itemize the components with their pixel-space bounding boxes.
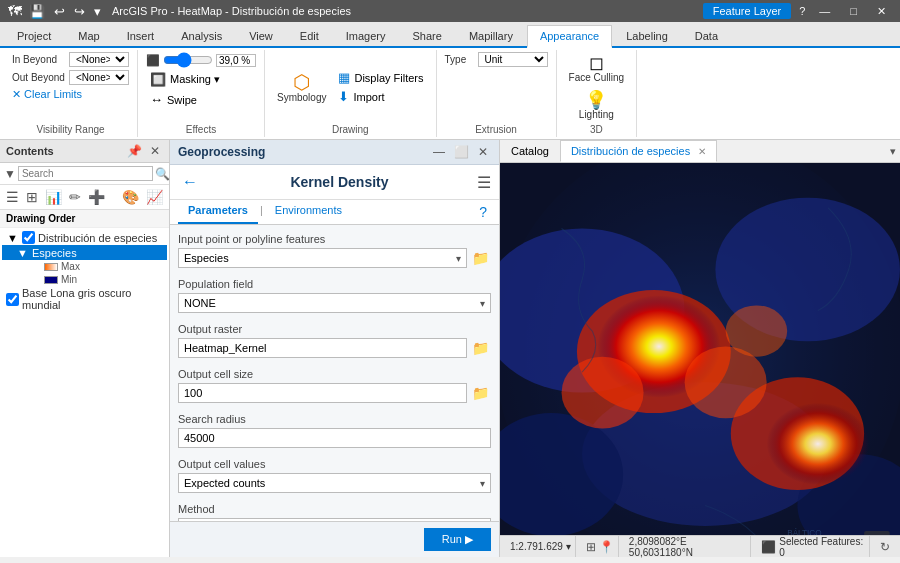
masking-btn[interactable]: 🔲 Masking ▾ bbox=[146, 71, 224, 88]
geo-field-search-radius: Search radius bbox=[178, 413, 491, 448]
tab-analysis[interactable]: Analysis bbox=[168, 25, 235, 46]
layer-expand-dist[interactable]: ▼ bbox=[6, 231, 19, 244]
search-icon[interactable]: 🔍 bbox=[155, 167, 170, 181]
help-btn[interactable]: ? bbox=[799, 5, 805, 17]
tab-map[interactable]: Map bbox=[65, 25, 112, 46]
map-area: Catalog Distribución de especies ✕ ▾ bbox=[500, 140, 900, 557]
qa-dropdown-btn[interactable]: ▾ bbox=[91, 3, 104, 20]
geo-select-cell-values[interactable]: Expected counts bbox=[178, 473, 491, 493]
ribbon-group-drawing: ⬡ Symbology ▦ Display Filters ⬇ Import D… bbox=[265, 50, 437, 137]
extrusion-type-select[interactable]: Unit bbox=[478, 52, 548, 67]
redo-qa-btn[interactable]: ↪ bbox=[71, 3, 88, 20]
layer-item-especies[interactable]: ▼ Especies bbox=[2, 245, 167, 260]
lighting-btn[interactable]: 💡 Lighting bbox=[575, 89, 618, 122]
tab-edit[interactable]: Edit bbox=[287, 25, 332, 46]
layer-tree: ▼ Distribución de especies ▼ Especies Ma… bbox=[0, 228, 169, 557]
geo-select-population[interactable]: NONE bbox=[178, 293, 491, 313]
tab-labeling[interactable]: Labeling bbox=[613, 25, 681, 46]
list-view-icon[interactable]: ☰ bbox=[4, 188, 21, 206]
ribbon: In Beyond <None> Out Beyond <None> ✕ Cle… bbox=[0, 48, 900, 140]
swipe-icon: ↔ bbox=[150, 92, 163, 107]
geo-tab-separator: | bbox=[258, 200, 265, 224]
geo-content: Input point or polyline features Especie… bbox=[170, 225, 499, 521]
tab-data[interactable]: Data bbox=[682, 25, 731, 46]
clear-limits-btn[interactable]: ✕ Clear Limits bbox=[12, 88, 82, 101]
catalog-tab-label: Catalog bbox=[511, 145, 549, 157]
tab-project[interactable]: Project bbox=[4, 25, 64, 46]
tab-mapillary[interactable]: Mapillary bbox=[456, 25, 526, 46]
add-layer-icon[interactable]: ➕ bbox=[86, 188, 107, 206]
face-culling-btn[interactable]: ◻ Face Culling bbox=[565, 52, 629, 85]
tab-view[interactable]: View bbox=[236, 25, 286, 46]
contents-search-input[interactable] bbox=[18, 166, 153, 181]
layer-checkbox-base[interactable] bbox=[6, 293, 19, 306]
contents-close-btn[interactable]: ✕ bbox=[147, 143, 163, 159]
geo-select-method[interactable]: Geodesic bbox=[178, 518, 491, 521]
symbology-btn[interactable]: ⬡ Symbology bbox=[273, 70, 330, 105]
bar-chart-icon[interactable]: 📈 bbox=[144, 188, 165, 206]
edit-layer-icon[interactable]: ✏ bbox=[67, 188, 83, 206]
grid-icon[interactable]: ⊞ bbox=[586, 540, 596, 554]
import-btn[interactable]: ⬇ Import bbox=[334, 88, 427, 105]
geo-icon-cell-size[interactable]: 📁 bbox=[470, 383, 491, 403]
geo-input-search-radius[interactable] bbox=[178, 428, 491, 448]
swipe-btn[interactable]: ↔ Swipe bbox=[146, 91, 201, 108]
table-view-icon[interactable]: ⊞ bbox=[24, 188, 40, 206]
scale-dropdown[interactable]: ▾ bbox=[566, 541, 571, 552]
contents-pin-btn[interactable]: 📌 bbox=[124, 143, 145, 159]
transparency-input[interactable] bbox=[216, 54, 256, 67]
maximize-btn[interactable]: □ bbox=[844, 5, 863, 17]
geo-menu-btn[interactable]: ☰ bbox=[477, 173, 491, 192]
close-btn[interactable]: ✕ bbox=[871, 5, 892, 18]
refresh-icon[interactable]: ↻ bbox=[880, 540, 890, 554]
undo-qa-btn[interactable]: ↩ bbox=[51, 3, 68, 20]
vis-out-beyond-select[interactable]: <None> bbox=[69, 70, 129, 85]
vis-in-beyond-select[interactable]: <None> bbox=[69, 52, 129, 67]
vis-out-beyond-label: Out Beyond bbox=[12, 72, 67, 83]
paint-bucket-icon[interactable]: 🎨 bbox=[120, 188, 141, 206]
layer-item-base[interactable]: Base Lona gris oscuro mundial bbox=[2, 286, 167, 312]
geo-minimize-btn[interactable]: — bbox=[430, 144, 448, 160]
geo-close-btn[interactable]: ✕ bbox=[475, 144, 491, 160]
geo-input-cell-size[interactable] bbox=[178, 383, 467, 403]
distribution-tab-label: Distribución de especies bbox=[571, 145, 690, 157]
geo-icon-output-raster[interactable]: 📁 bbox=[470, 338, 491, 358]
geo-tab-environments[interactable]: Environments bbox=[265, 200, 352, 224]
map-tab-catalog[interactable]: Catalog bbox=[500, 140, 560, 162]
map-viewport[interactable]: BÁLTICO ⊞ bbox=[500, 163, 900, 535]
map-tab-close-btn[interactable]: ✕ bbox=[698, 146, 706, 157]
import-label: Import bbox=[353, 91, 384, 103]
chart-view-icon[interactable]: 📊 bbox=[43, 188, 64, 206]
layer-checkbox-dist[interactable] bbox=[22, 231, 35, 244]
contents-header: Contents 📌 ✕ bbox=[0, 140, 169, 163]
map-tab-distribution[interactable]: Distribución de especies ✕ bbox=[560, 140, 717, 162]
geo-tab-parameters[interactable]: Parameters bbox=[178, 200, 258, 224]
tab-imagery[interactable]: Imagery bbox=[333, 25, 399, 46]
geo-back-btn[interactable]: ← bbox=[178, 171, 202, 193]
geo-field-method: Method Geodesic bbox=[178, 503, 491, 521]
layer-item-dist[interactable]: ▼ Distribución de especies bbox=[2, 230, 167, 245]
geo-maximize-btn[interactable]: ⬜ bbox=[451, 144, 472, 160]
legend-item-max: Max bbox=[2, 260, 167, 273]
minimize-btn[interactable]: — bbox=[813, 5, 836, 17]
layer-expand-especies[interactable]: ▼ bbox=[16, 246, 29, 259]
geo-footer: Run ▶ bbox=[170, 521, 499, 557]
geo-help-btn[interactable]: ? bbox=[475, 200, 491, 224]
locate-icon[interactable]: 📍 bbox=[599, 540, 614, 554]
tab-appearance[interactable]: Appearance bbox=[527, 25, 612, 48]
geo-icon-input-features[interactable]: 📁 bbox=[470, 248, 491, 268]
geo-select-input-features[interactable]: Especies bbox=[178, 248, 467, 268]
display-filters-btn[interactable]: ▦ Display Filters bbox=[334, 69, 427, 86]
geo-input-output-raster[interactable] bbox=[178, 338, 467, 358]
legend-color-min bbox=[44, 276, 58, 284]
select-icon: ⬛ bbox=[761, 540, 776, 554]
transparency-slider[interactable] bbox=[163, 52, 213, 68]
run-button[interactable]: Run ▶ bbox=[424, 528, 491, 551]
map-tab-dropdown[interactable]: ▾ bbox=[886, 141, 900, 162]
geo-header-controls: — ⬜ ✕ bbox=[430, 144, 491, 160]
tab-share[interactable]: Share bbox=[400, 25, 455, 46]
save-qa-btn[interactable]: 💾 bbox=[26, 3, 48, 20]
geo-label-cell-size: Output cell size bbox=[178, 368, 491, 380]
legend-label-max: Max bbox=[61, 261, 80, 272]
tab-insert[interactable]: Insert bbox=[114, 25, 168, 46]
